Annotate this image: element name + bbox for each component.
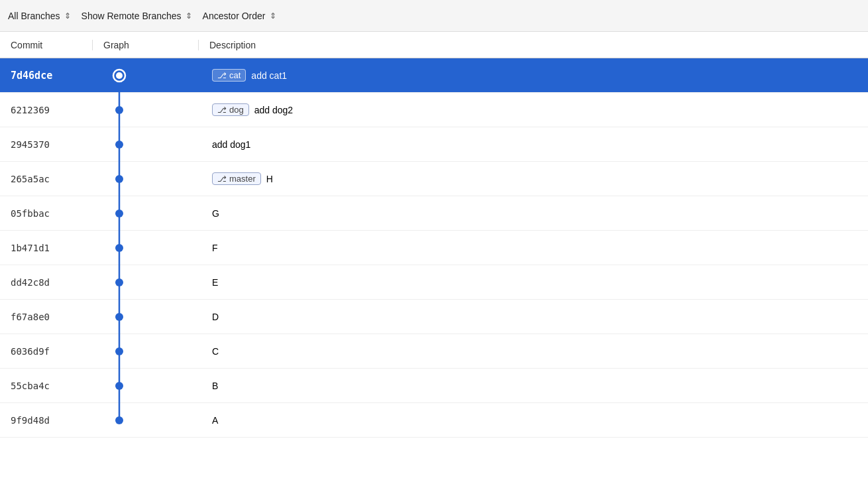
commit-hash: 1b471d1 <box>0 243 93 253</box>
commit-description: ⎇masterH <box>199 172 868 185</box>
branch-icon: ⎇ <box>217 174 227 184</box>
remote-selector-arrow: ⇕ <box>186 11 192 21</box>
table-row[interactable]: 2945370add dog1 <box>0 127 868 162</box>
commit-description: G <box>199 208 868 219</box>
commit-hash: 05fbbac <box>0 208 93 219</box>
commit-description: B <box>199 381 868 391</box>
commit-description: C <box>199 346 868 357</box>
commit-hash: 2945370 <box>0 139 93 150</box>
commit-graph-cell <box>93 231 199 265</box>
commit-hash: 265a5ac <box>0 174 93 184</box>
commit-description: D <box>199 312 868 322</box>
branch-badge[interactable]: ⎇dog <box>212 103 249 116</box>
commit-graph-cell <box>93 58 199 92</box>
commit-description: E <box>199 277 868 288</box>
table-row[interactable]: 9f9d48dA <box>0 403 868 438</box>
branch-label: dog <box>229 105 244 115</box>
order-selector-arrow: ⇕ <box>270 11 276 21</box>
description-text: A <box>212 415 218 426</box>
description-text: add dog2 <box>254 105 293 115</box>
description-text: G <box>212 208 219 219</box>
commit-hash: f67a8e0 <box>0 312 93 322</box>
commit-hash: 7d46dce <box>0 70 93 82</box>
commit-hash: dd42c8d <box>0 277 93 288</box>
order-selector-label: Ancestor Order <box>203 11 266 21</box>
table-row[interactable]: 265a5ac⎇masterH <box>0 162 868 196</box>
table-row[interactable]: 05fbbacG <box>0 196 868 231</box>
table-row[interactable]: 7d46dce⎇catadd cat1 <box>0 58 868 93</box>
description-text: add dog1 <box>212 139 250 150</box>
branch-label: master <box>229 174 256 184</box>
description-text: H <box>266 174 273 184</box>
commit-graph-cell <box>93 127 199 161</box>
table-row[interactable]: 1b471d1F <box>0 231 868 265</box>
branch-selector[interactable]: All Branches ⇕ <box>8 11 71 21</box>
commit-graph-cell <box>93 93 199 127</box>
commit-graph-cell <box>93 334 199 368</box>
col-header-graph: Graph <box>93 40 199 50</box>
col-header-description: Description <box>199 40 868 50</box>
description-text: D <box>212 312 219 322</box>
commit-hash: 9f9d48d <box>0 415 93 426</box>
commit-graph-cell <box>93 162 199 196</box>
commit-table: 7d46dce⎇catadd cat16212369⎇dogadd dog229… <box>0 58 868 438</box>
description-text: C <box>212 346 219 357</box>
commit-graph-cell <box>93 369 199 402</box>
order-selector[interactable]: Ancestor Order ⇕ <box>203 11 276 21</box>
commit-description: ⎇dogadd dog2 <box>199 103 868 116</box>
table-row[interactable]: 6212369⎇dogadd dog2 <box>0 93 868 127</box>
branch-selector-arrow: ⇕ <box>64 11 71 21</box>
description-text: E <box>212 277 218 288</box>
column-headers: Commit Graph Description <box>0 32 868 58</box>
commit-graph-cell <box>93 300 199 333</box>
col-header-commit: Commit <box>0 40 93 50</box>
table-row[interactable]: dd42c8dE <box>0 265 868 300</box>
description-text: F <box>212 243 218 253</box>
commit-description: F <box>199 243 868 253</box>
table-row[interactable]: 55cba4cB <box>0 369 868 403</box>
commit-description: ⎇catadd cat1 <box>199 69 868 82</box>
branch-label: cat <box>229 70 241 80</box>
commit-hash: 6036d9f <box>0 346 93 357</box>
branch-selector-label: All Branches <box>8 11 60 21</box>
branch-icon: ⎇ <box>217 71 227 80</box>
table-row[interactable]: f67a8e0D <box>0 300 868 334</box>
remote-selector-label: Show Remote Branches <box>81 11 182 21</box>
description-text: add cat1 <box>251 70 287 81</box>
branch-badge[interactable]: ⎇cat <box>212 69 246 82</box>
remote-selector[interactable]: Show Remote Branches ⇕ <box>81 11 192 21</box>
commit-hash: 6212369 <box>0 105 93 115</box>
toolbar: All Branches ⇕ Show Remote Branches ⇕ An… <box>0 0 868 32</box>
commit-graph-cell <box>93 196 199 230</box>
commit-graph-cell <box>93 265 199 299</box>
commit-hash: 55cba4c <box>0 381 93 391</box>
commit-graph-cell <box>93 403 199 437</box>
branch-badge[interactable]: ⎇master <box>212 172 261 185</box>
commit-description: A <box>199 415 868 426</box>
commit-description: add dog1 <box>199 139 868 150</box>
table-row[interactable]: 6036d9fC <box>0 334 868 369</box>
description-text: B <box>212 381 218 391</box>
branch-icon: ⎇ <box>217 105 227 115</box>
